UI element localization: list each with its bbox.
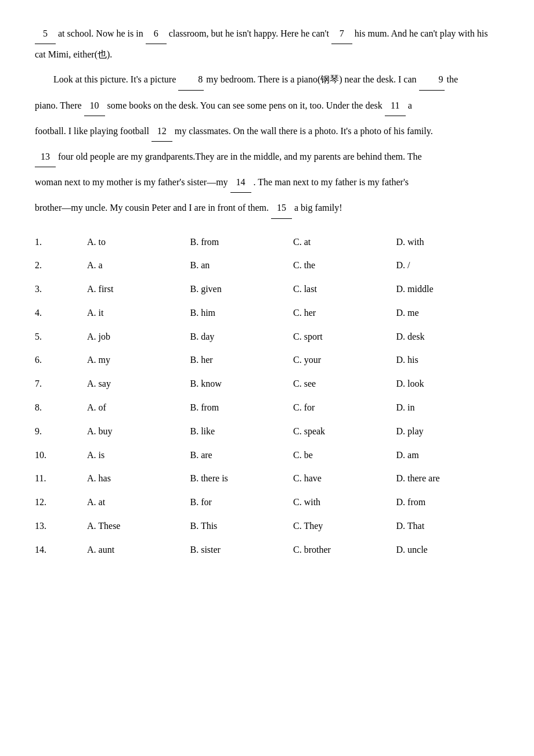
option-b: B. like bbox=[190, 423, 294, 440]
option-b: B. given bbox=[190, 281, 294, 298]
option-row: 7.A. sayB. knowC. seeD. look bbox=[35, 372, 499, 396]
option-b: B. there is bbox=[190, 470, 294, 487]
blank-12: 12 bbox=[151, 121, 172, 142]
option-number: 3. bbox=[35, 281, 87, 298]
option-number: 11. bbox=[35, 470, 87, 487]
option-b: B. from bbox=[190, 399, 294, 416]
option-row: 3.A. firstB. givenC. lastD. middle bbox=[35, 278, 499, 301]
option-number: 4. bbox=[35, 305, 87, 322]
option-b: B. know bbox=[190, 376, 294, 393]
option-row: 1.A. toB. fromC. atD. with bbox=[35, 231, 499, 254]
option-c: C. see bbox=[293, 376, 396, 393]
option-b: B. are bbox=[190, 447, 294, 464]
option-row: 5.A. jobB. dayC. sportD. desk bbox=[35, 325, 499, 349]
option-number: 13. bbox=[35, 518, 87, 535]
blank-7: 7 bbox=[331, 23, 352, 44]
options-section: 1.A. toB. fromC. atD. with2.A. aB. anC. … bbox=[35, 231, 499, 562]
option-b: B. from bbox=[190, 234, 294, 251]
option-b: B. This bbox=[190, 518, 294, 535]
option-a: A. first bbox=[87, 281, 190, 298]
option-b: B. an bbox=[190, 257, 294, 274]
option-row: 14.A. auntB. sisterC. brotherD. uncle bbox=[35, 538, 499, 562]
option-c: C. brother bbox=[293, 542, 396, 559]
passage-line2b: piano. There 10 some books on the desk. … bbox=[35, 95, 499, 116]
option-a: A. has bbox=[87, 470, 190, 487]
option-c: C. They bbox=[293, 518, 396, 535]
option-d: D. That bbox=[396, 518, 500, 535]
option-number: 14. bbox=[35, 542, 87, 559]
option-b: B. sister bbox=[190, 542, 294, 559]
blank-14: 14 bbox=[230, 172, 251, 193]
option-a: A. it bbox=[87, 305, 190, 322]
option-number: 7. bbox=[35, 376, 87, 393]
blank-13: 13 bbox=[35, 146, 56, 167]
option-c: C. the bbox=[293, 257, 396, 274]
option-c: C. her bbox=[293, 305, 396, 322]
option-row: 8.A. ofB. fromC. forD. in bbox=[35, 396, 499, 420]
option-c: C. have bbox=[293, 470, 396, 487]
option-a: A. aunt bbox=[87, 542, 190, 559]
option-d: D. middle bbox=[396, 281, 500, 298]
option-row: 2.A. aB. anC. theD. / bbox=[35, 254, 499, 278]
passage-line1: 5 at school. Now he is in 6 classroom, b… bbox=[35, 23, 499, 64]
passage-line3c: brother—my uncle. My cousin Peter and I … bbox=[35, 197, 499, 218]
blank-11: 11 bbox=[385, 95, 406, 116]
option-a: A. job bbox=[87, 329, 190, 345]
option-number: 10. bbox=[35, 447, 87, 464]
option-d: D. there are bbox=[396, 470, 500, 487]
option-d: D. me bbox=[396, 305, 500, 322]
passage-line3b: woman next to my mother is my father's s… bbox=[35, 172, 499, 193]
option-a: A. is bbox=[87, 447, 190, 464]
option-d: D. his bbox=[396, 352, 500, 369]
option-c: C. for bbox=[293, 399, 396, 416]
option-d: D. look bbox=[396, 376, 500, 393]
option-d: D. / bbox=[396, 257, 500, 274]
option-c: C. your bbox=[293, 352, 396, 369]
option-b: B. for bbox=[190, 494, 294, 511]
option-number: 8. bbox=[35, 399, 87, 416]
passage-line3: 13 four old people are my grandparents.T… bbox=[35, 146, 499, 167]
option-d: D. with bbox=[396, 234, 500, 251]
blank-8: 8 bbox=[178, 69, 204, 90]
option-number: 2. bbox=[35, 257, 87, 274]
option-number: 1. bbox=[35, 234, 87, 251]
option-c: C. sport bbox=[293, 329, 396, 345]
blank-15: 15 bbox=[271, 197, 292, 218]
option-c: C. with bbox=[293, 494, 396, 511]
option-c: C. be bbox=[293, 447, 396, 464]
option-number: 12. bbox=[35, 494, 87, 511]
option-d: D. in bbox=[396, 399, 500, 416]
option-a: A. These bbox=[87, 518, 190, 535]
option-number: 9. bbox=[35, 423, 87, 440]
option-b: B. her bbox=[190, 352, 294, 369]
blank-10: 10 bbox=[84, 95, 105, 116]
passage-line2: Look at this picture. It's a picture 8 m… bbox=[35, 69, 499, 90]
option-a: A. buy bbox=[87, 423, 190, 440]
option-b: B. day bbox=[190, 329, 294, 345]
option-c: C. last bbox=[293, 281, 396, 298]
option-a: A. at bbox=[87, 494, 190, 511]
option-d: D. am bbox=[396, 447, 500, 464]
option-number: 6. bbox=[35, 352, 87, 369]
option-a: A. to bbox=[87, 234, 190, 251]
option-a: A. of bbox=[87, 399, 190, 416]
blank-6: 6 bbox=[146, 23, 167, 44]
option-a: A. a bbox=[87, 257, 190, 274]
option-row: 13.A. TheseB. ThisC. TheyD. That bbox=[35, 514, 499, 538]
option-a: A. say bbox=[87, 376, 190, 393]
option-row: 11.A. hasB. there isC. haveD. there are bbox=[35, 467, 499, 491]
option-d: D. from bbox=[396, 494, 500, 511]
option-row: 9.A. buyB. likeC. speakD. play bbox=[35, 420, 499, 444]
option-c: C. at bbox=[293, 234, 396, 251]
option-b: B. him bbox=[190, 305, 294, 322]
option-number: 5. bbox=[35, 329, 87, 345]
blank-9: 9 bbox=[419, 69, 445, 90]
option-d: D. uncle bbox=[396, 542, 500, 559]
passage-line2c: football. I like playing football 12 my … bbox=[35, 121, 499, 142]
option-row: 12.A. atB. forC. withD. from bbox=[35, 491, 499, 514]
option-row: 4.A. itB. himC. herD. me bbox=[35, 301, 499, 325]
option-d: D. play bbox=[396, 423, 500, 440]
option-row: 6.A. myB. herC. yourD. his bbox=[35, 348, 499, 372]
option-a: A. my bbox=[87, 352, 190, 369]
passage-text: 5 at school. Now he is in 6 classroom, b… bbox=[35, 23, 499, 219]
